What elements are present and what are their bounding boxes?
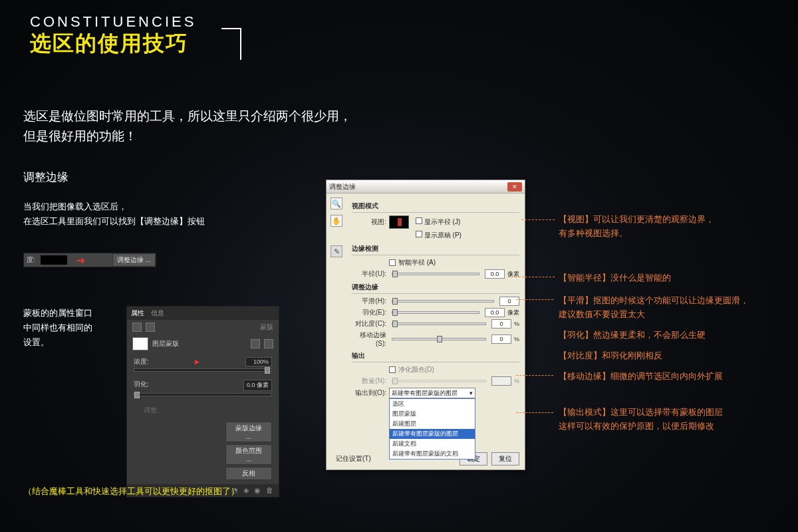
dropdown-option[interactable]: 新建带有图层蒙版的文档 — [390, 449, 475, 459]
apply-mask-icon[interactable]: ◈ — [243, 486, 249, 495]
decontaminate-label: 净化颜色(D) — [398, 365, 434, 374]
density-label: 浓度: — [134, 357, 149, 366]
title-corner-decoration — [221, 28, 241, 60]
mask-type-icon[interactable] — [132, 323, 142, 332]
chevron-down-icon: ▾ — [469, 390, 473, 396]
feather-label: 羽化: — [134, 380, 149, 391]
tolerance-label: 度: — [24, 255, 38, 265]
amount-input — [491, 376, 511, 386]
mask-name: 图层蒙版 — [152, 339, 179, 348]
annotation-smooth: 【平滑】抠图的时候这个功能可以让边缘更圆滑， 建议数值不要设置太大 — [559, 294, 749, 322]
smooth-label: 平滑(H): — [352, 297, 386, 306]
delete-mask-icon[interactable]: 🗑 — [266, 486, 273, 495]
view-mode-group: 视图模式 — [352, 201, 519, 213]
annotation-contrast: 【对比度】和羽化刚刚相反 — [559, 349, 749, 363]
show-radius-label: 显示半径 (J) — [424, 218, 460, 225]
view-label: 视图: — [352, 217, 386, 227]
smart-radius-checkbox[interactable] — [389, 259, 396, 266]
pixel-mask-icon[interactable] — [251, 339, 260, 348]
feather-label: 羽化(E): — [352, 308, 386, 317]
shift-label: 移动边缘(S): — [352, 331, 386, 347]
contrast-label: 对比度(C): — [352, 319, 386, 329]
refine-edge-toolbar-snippet: 度: ➜ 调整边缘 ... — [23, 253, 156, 267]
annotation-smart-radius: 【智能半径】没什么是智能的 — [559, 271, 749, 285]
radius-label: 半径(U): — [352, 269, 386, 279]
arrow-icon: ► — [193, 357, 201, 366]
view-preview-dropdown[interactable] — [389, 215, 409, 229]
feather-slider[interactable] — [134, 393, 272, 396]
output-to-label: 输出到(O): — [352, 388, 386, 398]
invert-button[interactable]: 反相 — [225, 467, 272, 480]
feather-input[interactable]: 0.0 — [485, 308, 505, 317]
tab-properties[interactable]: 属性 — [131, 309, 144, 318]
smooth-input[interactable]: 0 — [499, 297, 519, 306]
dropdown-option[interactable]: 选区 — [390, 399, 475, 409]
output-to-select[interactable]: 新建带有图层蒙版的图层▾ — [389, 388, 475, 398]
refine-edge-dialog: 调整边缘 ✕ 🔍 ✋ ✎ 视图模式 视图: 显示半径 (J) 显示原稿 (P) … — [326, 180, 525, 470]
output-group: 输出 — [352, 351, 519, 362]
amount-slider — [392, 380, 486, 382]
reset-button[interactable]: 复位 — [491, 452, 519, 466]
show-radius-checkbox[interactable] — [416, 217, 422, 224]
description-2: 蒙板的的属性窗口中同样也有相同的设置。 — [23, 306, 92, 350]
title-english: CONSTITUENCIES — [30, 13, 196, 31]
feather-slider[interactable] — [392, 311, 479, 314]
dropdown-option[interactable]: 图层蒙版 — [390, 409, 475, 419]
mask-edge-button[interactable]: 蒙版边缘 ... — [225, 422, 272, 442]
vector-mask-icon[interactable] — [264, 339, 273, 348]
annotation-feather: 【羽化】然边缘更柔和，不会那么生硬 — [559, 329, 749, 342]
adjust-label: 调整: — [132, 406, 159, 415]
remember-label: 记住设置(T) — [336, 454, 371, 464]
show-original-checkbox[interactable] — [416, 231, 422, 237]
amount-label: 数量(N): — [352, 376, 386, 386]
arrow-icon: ➜ — [76, 254, 85, 267]
close-icon[interactable]: ✕ — [507, 182, 522, 192]
color-swatch — [41, 255, 67, 265]
contrast-slider[interactable] — [392, 323, 486, 325]
zoom-tool-icon[interactable]: 🔍 — [331, 198, 342, 209]
mask-label: 蒙版 — [260, 323, 273, 332]
bottom-tip: （结合魔棒工具和快速选择工具可以更快更好的抠图了） — [23, 485, 239, 497]
adjust-edge-group: 调整边缘 — [352, 283, 519, 294]
shift-slider[interactable] — [392, 338, 486, 340]
color-range-button[interactable]: 颜色范围 ... — [225, 444, 272, 465]
tab-info[interactable]: 信息 — [151, 309, 164, 318]
mask-thumbnail[interactable] — [132, 337, 148, 350]
output-to-dropdown[interactable]: 选区 图层蒙版 新建图层 新建带有图层蒙版的图层 新建文档 新建带有图层蒙版的文… — [389, 398, 475, 460]
shift-input[interactable]: 0 — [491, 334, 511, 344]
annotations-column: 【视图】可以让我们更清楚的观察边界， 有多种视图选择。 【智能半径】没什么是智能… — [559, 213, 749, 438]
dropdown-option-selected[interactable]: 新建带有图层蒙版的图层 — [390, 429, 475, 439]
dropdown-option[interactable]: 新建图层 — [390, 419, 475, 429]
show-original-label: 显示原稿 (P) — [424, 231, 462, 239]
radius-input[interactable]: 0.0 — [485, 269, 505, 279]
smooth-slider[interactable] — [392, 300, 494, 303]
mask-properties-panel: 属性 信息 蒙版 图层蒙版 浓度: ► 100% 羽化:0.0 像素 调整: 蒙… — [126, 306, 279, 497]
edge-detect-group: 边缘检测 — [352, 244, 519, 255]
smart-radius-label: 智能半径 (A) — [398, 258, 436, 267]
annotation-view: 【视图】可以让我们更清楚的观察边界， 有多种视图选择。 — [559, 213, 749, 241]
intro-text: 选区是做位图时常用的工具，所以这里只介绍两个很少用，但是很好用的功能！ — [23, 106, 352, 147]
brush-tool-icon[interactable]: ✎ — [331, 245, 342, 257]
title-chinese: 选区的使用技巧 — [30, 29, 196, 59]
feather-value[interactable]: 0.0 像素 — [243, 380, 272, 391]
radius-slider[interactable] — [392, 273, 479, 275]
annotation-shift: 【移动边缘】细微的调节选区向内向外扩展 — [559, 370, 749, 384]
annotation-output: 【输出模式】这里可以选择带有蒙板的图层 这样可以有效的保护原图，以便后期修改 — [559, 406, 749, 434]
refine-edge-button[interactable]: 调整边缘 ... — [112, 253, 156, 267]
density-value[interactable]: 100% — [245, 357, 272, 366]
section-heading-refine-edge: 调整边缘 — [23, 170, 68, 185]
dialog-title: 调整边缘 — [329, 182, 356, 192]
hand-tool-icon[interactable]: ✋ — [331, 215, 342, 227]
toggle-mask-icon[interactable]: ◉ — [254, 486, 261, 495]
contrast-input[interactable]: 0 — [491, 319, 511, 329]
description-1: 当我们把图像载入选区后，在选区工具里面我们可以找到【调整边缘】按钮 — [23, 200, 205, 229]
mask-mode-icon[interactable] — [146, 323, 155, 332]
decontaminate-checkbox[interactable] — [389, 366, 396, 373]
dropdown-option[interactable]: 新建文档 — [390, 439, 475, 449]
density-slider[interactable] — [134, 368, 272, 372]
